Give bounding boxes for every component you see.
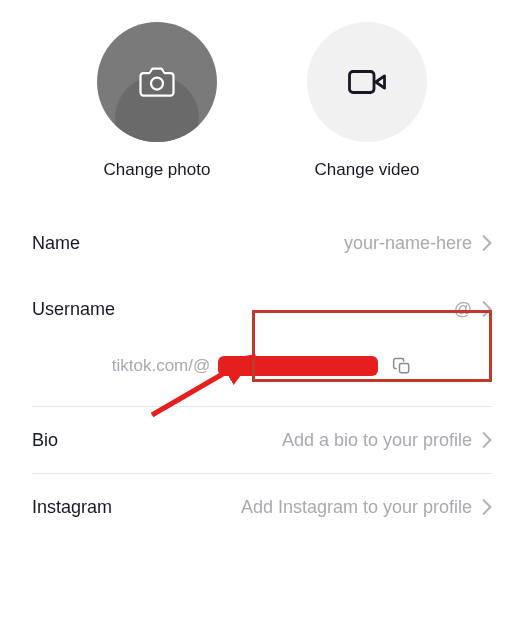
chevron-right-icon bbox=[482, 235, 492, 251]
name-value: your-name-here bbox=[344, 233, 472, 254]
video-placeholder bbox=[307, 22, 427, 142]
profile-url-prefix: tiktok.com/@ bbox=[112, 356, 211, 376]
change-video-label: Change video bbox=[315, 160, 420, 180]
profile-url-row: tiktok.com/@ bbox=[0, 342, 524, 406]
username-value: @ bbox=[454, 299, 472, 320]
svg-rect-3 bbox=[400, 364, 409, 373]
instagram-label: Instagram bbox=[32, 497, 112, 518]
redacted-username bbox=[218, 356, 378, 376]
change-video-button[interactable]: Change video bbox=[307, 22, 427, 180]
svg-rect-1 bbox=[350, 72, 375, 93]
chevron-right-icon bbox=[482, 301, 492, 317]
svg-marker-2 bbox=[376, 76, 385, 88]
username-row[interactable]: Username @ bbox=[32, 276, 492, 342]
bio-label: Bio bbox=[32, 430, 58, 451]
change-photo-label: Change photo bbox=[104, 160, 211, 180]
chevron-right-icon bbox=[482, 499, 492, 515]
username-label: Username bbox=[32, 299, 115, 320]
bio-row[interactable]: Bio Add a bio to your profile bbox=[32, 407, 492, 473]
instagram-value: Add Instagram to your profile bbox=[241, 497, 472, 518]
name-label: Name bbox=[32, 233, 80, 254]
svg-point-0 bbox=[151, 78, 163, 90]
instagram-row[interactable]: Instagram Add Instagram to your profile bbox=[32, 474, 492, 540]
name-row[interactable]: Name your-name-here bbox=[32, 210, 492, 276]
chevron-right-icon bbox=[482, 432, 492, 448]
camera-icon bbox=[139, 64, 175, 100]
bio-value: Add a bio to your profile bbox=[282, 430, 472, 451]
change-photo-button[interactable]: Change photo bbox=[97, 22, 217, 180]
copy-icon[interactable] bbox=[392, 356, 412, 376]
avatar-placeholder bbox=[97, 22, 217, 142]
video-icon bbox=[346, 61, 388, 103]
